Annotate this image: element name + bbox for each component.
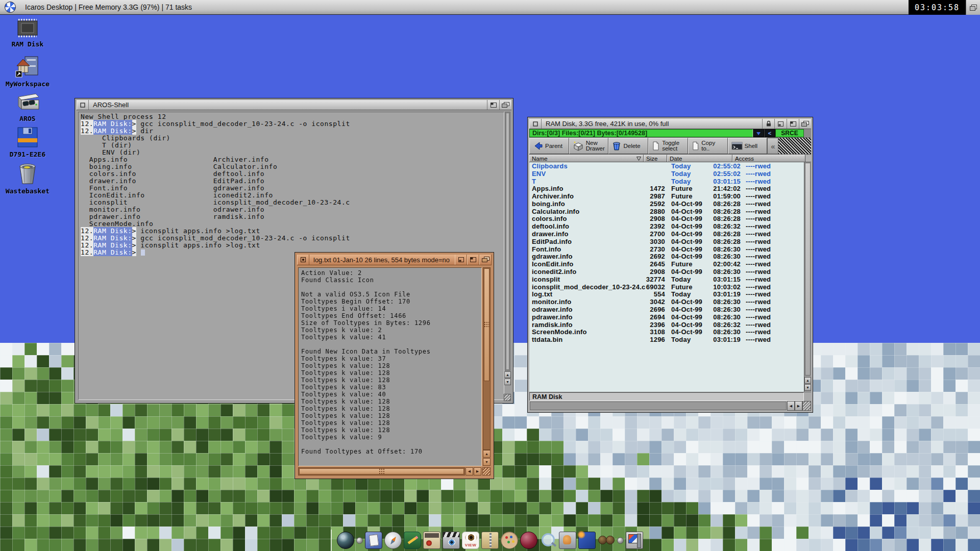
dock-icon-compass-browser[interactable] [384, 532, 402, 549]
back-button[interactable]: < [764, 129, 775, 137]
file-row-iconsplit[interactable]: iconsplit32774Today03:01:15----rwed [532, 276, 804, 283]
scroll-right-button[interactable]: ▶ [795, 401, 802, 411]
file-row-colors.info[interactable]: colors.info290804-Oct-9908:26:28----rwed [532, 215, 804, 223]
dock-icon-paint[interactable] [501, 532, 518, 549]
zoom-button[interactable] [467, 255, 479, 265]
file-row-iconedit2.info[interactable]: iconedit2.info290804-Oct-9908:26:30----r… [532, 268, 804, 276]
iconify-button[interactable] [455, 255, 467, 265]
file-row-Font.info[interactable]: Font.info273004-Oct-9908:26:30----rwed [532, 245, 804, 253]
filer-vertical-scrollbar[interactable]: ▲ ▼ [804, 162, 811, 392]
toolbar-button-shell[interactable]: Shell [728, 138, 768, 154]
dock-icon-workbench[interactable] [626, 532, 643, 549]
log-title-bar[interactable]: log.txt 01-Jan-10 26 lines, 554 bytes mo… [297, 255, 492, 265]
dock-icon-dock-knob[interactable] [356, 537, 363, 544]
log-horizontal-scrollbar[interactable] [298, 467, 465, 475]
scroll-left-button[interactable]: ◀ [465, 467, 473, 475]
depth-button[interactable] [499, 100, 511, 110]
resize-gadget[interactable] [482, 467, 491, 475]
scroll-up-button[interactable]: ▲ [483, 450, 491, 458]
file-row-odrawer.info[interactable]: odrawer.info269604-Oct-9908:26:30----rwe… [532, 306, 804, 313]
file-row-Clipboards[interactable]: ClipboardsToday02:55:02----rwed [532, 162, 804, 170]
file-row-T[interactable]: TToday03:01:15----rwed [532, 178, 804, 185]
scroll-down-button[interactable]: ▼ [804, 384, 811, 391]
scroll-up-button[interactable]: ▲ [804, 377, 811, 384]
desktop-icon-myworkspace[interactable]: MyWorkspace [3, 55, 52, 88]
file-row-Archiver.info[interactable]: Archiver.info2987Future01:59:00----rwed [532, 192, 804, 200]
file-row-gdrawer.info[interactable]: gdrawer.info269204-Oct-9908:26:30----rwe… [532, 253, 804, 261]
filer-horizontal-scrollbar[interactable] [530, 402, 787, 410]
log-vertical-scrollbar[interactable] [483, 267, 491, 450]
resize-gadget[interactable] [802, 401, 811, 411]
depth-button[interactable] [799, 119, 811, 129]
close-button[interactable] [529, 119, 542, 129]
zoom-button[interactable] [487, 100, 499, 110]
depth-button[interactable] [479, 255, 492, 265]
desktop-icon-ram-disk[interactable]: RAM Disk [3, 17, 52, 48]
dock-icon-text-editor[interactable] [404, 532, 421, 549]
toolbar-button-delete[interactable]: Delete [608, 138, 648, 154]
scroll-down-button[interactable]: ▼ [504, 379, 511, 385]
column-header-access[interactable]: Access [732, 155, 805, 162]
dock-icon-backup-tool[interactable] [559, 532, 576, 549]
scroll-left-button[interactable]: ◀ [787, 401, 795, 411]
file-row-log.txt[interactable]: log.txt554Today03:01:19----rwed [532, 291, 804, 298]
file-row-boing.info[interactable]: boing.info259204-Oct-9908:26:28----rwed [532, 200, 804, 208]
file-row-monitor.info[interactable]: monitor.info304204-Oct-9908:26:30----rwe… [532, 298, 804, 306]
column-header-name[interactable]: Name [529, 155, 644, 162]
toolbar-button-new-drawer[interactable]: New Drawer [569, 138, 609, 154]
drop-arrow-button[interactable] [753, 129, 764, 137]
dock-icon-dock-knob[interactable] [617, 537, 624, 544]
file-row-ttdata.bin[interactable]: ttdata.bin1296Today03:01:19----rwed [532, 336, 804, 343]
file-row-ramdisk.info[interactable]: ramdisk.info239604-Oct-9908:26:32----rwe… [532, 321, 804, 329]
shell-vertical-scrollbar[interactable] [505, 112, 510, 371]
desktop-icon-aros[interactable]: AROS [3, 91, 52, 122]
dock-icon-jukebox[interactable] [423, 532, 440, 549]
file-row-deftool.info[interactable]: deftool.info239204-Oct-9908:26:32----rwe… [532, 222, 804, 230]
file-row-Calculator.info[interactable]: Calculator.info288004-Oct-9908:26:28----… [532, 208, 804, 215]
dock-icon-document-manager[interactable] [365, 532, 382, 549]
scroll-down-button[interactable]: ▼ [483, 458, 491, 466]
dock-icon-binoculars[interactable] [598, 532, 615, 549]
toolbar-button-parent[interactable]: Parent [529, 138, 569, 154]
aros-boing-icon[interactable] [5, 2, 16, 13]
file-list[interactable]: ClipboardsToday02:55:02----rwedENVToday0… [529, 162, 804, 392]
desktop-icon-wastebasket[interactable]: Wastebasket [3, 161, 52, 195]
file-row-iconsplit_mod_decoder_10-23-24.c[interactable]: iconsplit_mod_decoder_10-23-24.c69032Fut… [532, 283, 804, 291]
scrollbar-thumb[interactable] [805, 163, 811, 375]
file-row-ScreenMode.info[interactable]: ScreenMode.info310804-Oct-9908:26:30----… [532, 329, 804, 336]
file-row-IconEdit.info[interactable]: IconEdit.info2645Future02:00:42----rwed [532, 260, 804, 268]
iconify-button[interactable] [774, 119, 787, 129]
filer-title-bar[interactable]: RAM Disk, 3.3G free, 421K in use, 0% ful… [529, 119, 811, 129]
lock-button[interactable] [762, 119, 774, 129]
screen-depth-gadget[interactable] [966, 0, 980, 15]
collapse-toolbar-button[interactable]: « [767, 138, 778, 154]
dock-icon-zuneview[interactable]: VIEW [462, 532, 479, 549]
toolbar-button-copy-to[interactable]: Copy to.. [688, 138, 728, 154]
scrollbar-thumb[interactable] [299, 468, 464, 474]
file-row-ENV[interactable]: ENVToday02:55:02----rwed [532, 170, 804, 178]
path-field[interactable]: RAM Disk [529, 392, 804, 401]
column-header-size[interactable]: Size [644, 155, 667, 162]
dock-icon-disk-burner[interactable] [578, 532, 596, 549]
column-header-date[interactable]: Date [667, 155, 732, 162]
close-button[interactable] [77, 100, 89, 110]
scroll-right-button[interactable]: ▶ [474, 467, 481, 475]
resize-gadget[interactable] [504, 394, 511, 401]
dock-icon-owb-browser[interactable] [337, 532, 354, 549]
dock-icon-magnifier[interactable] [540, 532, 557, 549]
desktop-icon-floppy[interactable]: D791-E2E6 [3, 126, 52, 158]
dock-icon-video-player[interactable] [443, 532, 460, 549]
close-button[interactable] [297, 255, 309, 265]
file-row-drawer.info[interactable]: drawer.info270004-Oct-9908:26:28----rwed [532, 230, 804, 238]
file-row-pdrawer.info[interactable]: pdrawer.info269404-Oct-9908:26:30----rwe… [532, 313, 804, 321]
toolbar-button-toggle-select[interactable]: Toggle select [648, 138, 688, 154]
file-row-Apps.info[interactable]: Apps.info1472Future21:42:02----rwed [532, 185, 804, 192]
dock-icon-archiver[interactable] [481, 532, 499, 549]
file-row-EditPad.info[interactable]: EditPad.info303004-Oct-9908:26:28----rwe… [532, 238, 804, 245]
scrollbar-thumb[interactable] [484, 268, 489, 381]
source-pane-button[interactable]: SRCE [775, 129, 804, 137]
dock-icon-red-orb[interactable] [520, 532, 537, 549]
zoom-button[interactable] [787, 119, 799, 129]
scroll-up-button[interactable]: ▲ [504, 371, 511, 378]
shell-title-bar[interactable]: AROS-Shell [77, 100, 511, 110]
